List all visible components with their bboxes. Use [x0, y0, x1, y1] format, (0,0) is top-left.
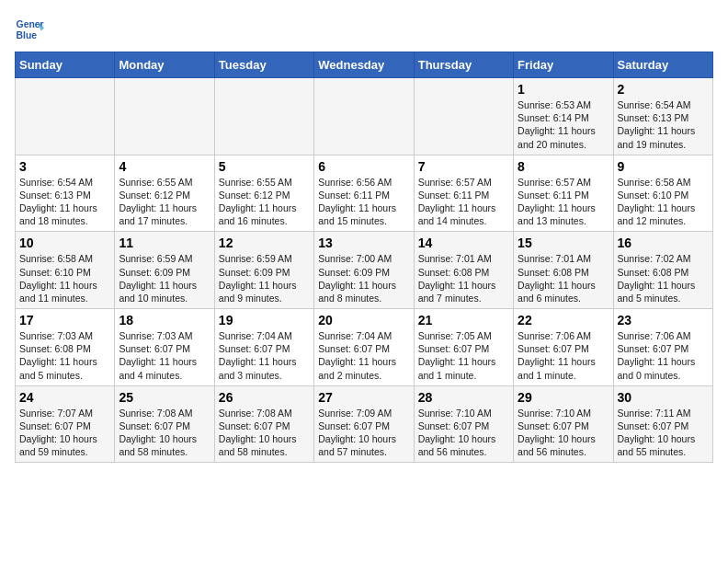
cell-info-text: Sunrise: 6:55 AMSunset: 6:12 PMDaylight:… [119, 176, 210, 228]
calendar-cell: 12Sunrise: 6:59 AMSunset: 6:09 PMDayligh… [214, 232, 313, 309]
cell-info-text: Sunrise: 7:09 AMSunset: 6:07 PMDaylight:… [318, 407, 409, 459]
calendar-cell [16, 78, 115, 155]
calendar-cell: 2Sunrise: 6:54 AMSunset: 6:13 PMDaylight… [613, 78, 712, 155]
calendar-cell: 4Sunrise: 6:55 AMSunset: 6:12 PMDaylight… [115, 155, 214, 232]
cell-info-text: Sunrise: 7:06 AMSunset: 6:07 PMDaylight:… [518, 329, 609, 382]
cell-day-number: 26 [219, 390, 310, 405]
cell-day-number: 30 [618, 390, 709, 405]
cell-day-number: 9 [618, 159, 709, 174]
logo: General Blue [15, 15, 48, 44]
cell-info-text: Sunrise: 6:57 AMSunset: 6:11 PMDaylight:… [518, 176, 609, 228]
cell-day-number: 14 [418, 236, 509, 250]
calendar-cell [214, 78, 313, 155]
cell-info-text: Sunrise: 6:54 AMSunset: 6:13 PMDaylight:… [19, 176, 110, 228]
svg-text:Blue: Blue [17, 30, 38, 40]
calendar-cell: 3Sunrise: 6:54 AMSunset: 6:13 PMDaylight… [16, 155, 115, 232]
cell-day-number: 15 [518, 236, 609, 250]
weekday-header: Friday [514, 52, 613, 78]
calendar-cell: 13Sunrise: 7:00 AMSunset: 6:09 PMDayligh… [314, 232, 414, 309]
cell-info-text: Sunrise: 6:54 AMSunset: 6:13 PMDaylight:… [618, 98, 709, 151]
cell-day-number: 19 [219, 313, 310, 327]
cell-info-text: Sunrise: 7:08 AMSunset: 6:07 PMDaylight:… [119, 407, 210, 459]
calendar-table: SundayMondayTuesdayWednesdayThursdayFrid… [15, 52, 713, 463]
calendar-cell: 25Sunrise: 7:08 AMSunset: 6:07 PMDayligh… [115, 385, 214, 463]
calendar-cell: 20Sunrise: 7:04 AMSunset: 6:07 PMDayligh… [314, 309, 414, 386]
calendar-cell: 10Sunrise: 6:58 AMSunset: 6:10 PMDayligh… [16, 232, 115, 309]
cell-day-number: 7 [418, 159, 509, 174]
cell-day-number: 16 [618, 236, 709, 250]
calendar-cell [414, 78, 513, 155]
weekday-header: Saturday [613, 52, 712, 78]
cell-day-number: 17 [19, 313, 110, 327]
cell-info-text: Sunrise: 7:04 AMSunset: 6:07 PMDaylight:… [219, 329, 310, 382]
weekday-header: Tuesday [214, 52, 313, 78]
cell-info-text: Sunrise: 7:04 AMSunset: 6:07 PMDaylight:… [318, 329, 409, 382]
calendar-cell: 30Sunrise: 7:11 AMSunset: 6:07 PMDayligh… [613, 385, 712, 463]
cell-info-text: Sunrise: 7:03 AMSunset: 6:07 PMDaylight:… [119, 329, 210, 382]
cell-info-text: Sunrise: 6:58 AMSunset: 6:10 PMDaylight:… [19, 252, 110, 304]
calendar-cell: 27Sunrise: 7:09 AMSunset: 6:07 PMDayligh… [314, 385, 414, 463]
weekday-header: Monday [115, 52, 214, 78]
cell-day-number: 25 [119, 390, 210, 405]
cell-day-number: 6 [318, 159, 409, 174]
calendar-header: SundayMondayTuesdayWednesdayThursdayFrid… [16, 52, 713, 78]
cell-info-text: Sunrise: 7:06 AMSunset: 6:07 PMDaylight:… [618, 329, 709, 382]
cell-day-number: 29 [518, 390, 609, 405]
cell-info-text: Sunrise: 6:53 AMSunset: 6:14 PMDaylight:… [518, 98, 609, 151]
calendar-cell: 5Sunrise: 6:55 AMSunset: 6:12 PMDaylight… [214, 155, 313, 232]
weekday-header: Thursday [414, 52, 513, 78]
page-header: General Blue [15, 15, 713, 44]
cell-info-text: Sunrise: 6:55 AMSunset: 6:12 PMDaylight:… [219, 176, 310, 228]
calendar-cell: 22Sunrise: 7:06 AMSunset: 6:07 PMDayligh… [514, 309, 613, 386]
cell-day-number: 11 [119, 236, 210, 250]
cell-info-text: Sunrise: 7:10 AMSunset: 6:07 PMDaylight:… [518, 407, 609, 459]
calendar-cell: 6Sunrise: 6:56 AMSunset: 6:11 PMDaylight… [314, 155, 414, 232]
calendar-cell [314, 78, 414, 155]
cell-info-text: Sunrise: 7:08 AMSunset: 6:07 PMDaylight:… [219, 407, 310, 459]
calendar-cell: 28Sunrise: 7:10 AMSunset: 6:07 PMDayligh… [414, 385, 513, 463]
cell-info-text: Sunrise: 6:58 AMSunset: 6:10 PMDaylight:… [618, 176, 709, 228]
calendar-cell: 14Sunrise: 7:01 AMSunset: 6:08 PMDayligh… [414, 232, 513, 309]
calendar-cell: 29Sunrise: 7:10 AMSunset: 6:07 PMDayligh… [514, 385, 613, 463]
calendar-cell: 7Sunrise: 6:57 AMSunset: 6:11 PMDaylight… [414, 155, 513, 232]
cell-day-number: 1 [518, 82, 609, 97]
calendar-cell: 11Sunrise: 6:59 AMSunset: 6:09 PMDayligh… [115, 232, 214, 309]
weekday-header: Wednesday [314, 52, 414, 78]
cell-day-number: 10 [19, 236, 110, 250]
calendar-cell: 21Sunrise: 7:05 AMSunset: 6:07 PMDayligh… [414, 309, 513, 386]
calendar-cell: 8Sunrise: 6:57 AMSunset: 6:11 PMDaylight… [514, 155, 613, 232]
cell-day-number: 2 [618, 82, 709, 97]
cell-day-number: 18 [119, 313, 210, 327]
cell-day-number: 20 [318, 313, 409, 327]
calendar-cell [115, 78, 214, 155]
cell-info-text: Sunrise: 7:05 AMSunset: 6:07 PMDaylight:… [418, 329, 509, 382]
calendar-cell: 18Sunrise: 7:03 AMSunset: 6:07 PMDayligh… [115, 309, 214, 386]
calendar-cell: 19Sunrise: 7:04 AMSunset: 6:07 PMDayligh… [214, 309, 313, 386]
cell-info-text: Sunrise: 6:56 AMSunset: 6:11 PMDaylight:… [318, 176, 409, 228]
cell-day-number: 8 [518, 159, 609, 174]
cell-day-number: 22 [518, 313, 609, 327]
cell-info-text: Sunrise: 6:59 AMSunset: 6:09 PMDaylight:… [119, 252, 210, 304]
cell-info-text: Sunrise: 6:57 AMSunset: 6:11 PMDaylight:… [418, 176, 509, 228]
calendar-cell: 26Sunrise: 7:08 AMSunset: 6:07 PMDayligh… [214, 385, 313, 463]
calendar-cell: 15Sunrise: 7:01 AMSunset: 6:08 PMDayligh… [514, 232, 613, 309]
calendar-cell: 24Sunrise: 7:07 AMSunset: 6:07 PMDayligh… [16, 385, 115, 463]
cell-info-text: Sunrise: 7:00 AMSunset: 6:09 PMDaylight:… [318, 252, 409, 304]
cell-info-text: Sunrise: 7:07 AMSunset: 6:07 PMDaylight:… [19, 407, 110, 459]
cell-day-number: 4 [119, 159, 210, 174]
cell-day-number: 24 [19, 390, 110, 405]
logo-icon: General Blue [15, 15, 44, 44]
cell-day-number: 23 [618, 313, 709, 327]
weekday-header: Sunday [16, 52, 115, 78]
calendar-cell: 1Sunrise: 6:53 AMSunset: 6:14 PMDaylight… [514, 78, 613, 155]
cell-day-number: 5 [219, 159, 310, 174]
cell-info-text: Sunrise: 6:59 AMSunset: 6:09 PMDaylight:… [219, 252, 310, 304]
cell-info-text: Sunrise: 7:01 AMSunset: 6:08 PMDaylight:… [518, 252, 609, 304]
cell-day-number: 12 [219, 236, 310, 250]
cell-day-number: 13 [318, 236, 409, 250]
calendar-cell: 9Sunrise: 6:58 AMSunset: 6:10 PMDaylight… [613, 155, 712, 232]
cell-info-text: Sunrise: 7:01 AMSunset: 6:08 PMDaylight:… [418, 252, 509, 304]
cell-info-text: Sunrise: 7:03 AMSunset: 6:08 PMDaylight:… [19, 329, 110, 382]
cell-info-text: Sunrise: 7:11 AMSunset: 6:07 PMDaylight:… [618, 407, 709, 459]
cell-info-text: Sunrise: 7:02 AMSunset: 6:08 PMDaylight:… [618, 252, 709, 304]
